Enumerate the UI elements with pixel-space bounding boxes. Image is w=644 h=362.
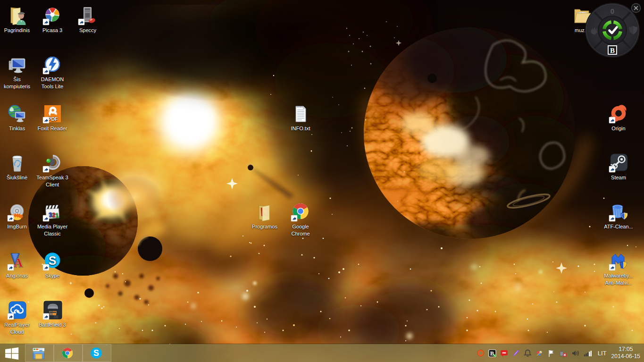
svg-text:B: B xyxy=(610,47,615,54)
svg-text:PDF: PDF xyxy=(48,116,59,122)
svg-text:0: 0 xyxy=(611,7,614,15)
svg-text:S: S xyxy=(93,348,99,358)
svg-text:A: A xyxy=(14,256,23,269)
svg-text:1: 1 xyxy=(55,211,59,219)
svg-text:S: S xyxy=(49,254,57,267)
